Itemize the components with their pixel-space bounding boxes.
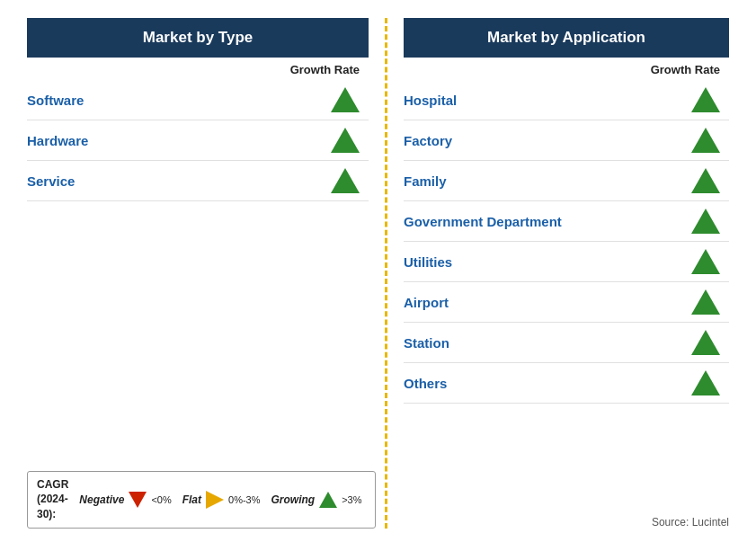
item-label-airport: Airport — [404, 295, 449, 310]
item-label-hospital: Hospital — [404, 93, 457, 108]
list-item: Software — [27, 80, 369, 120]
arrow-right-icon — [206, 491, 224, 509]
right-panel: Market by Application Growth Rate Hospit… — [404, 18, 729, 529]
arrow-up-icon — [691, 249, 720, 274]
item-label-factory: Factory — [404, 133, 452, 148]
negative-label: Negative — [79, 493, 124, 506]
right-footer: Source: Lucintel — [404, 516, 729, 529]
list-item: Hospital — [404, 80, 729, 120]
list-item: Service — [27, 161, 369, 201]
growing-label: Growing — [271, 493, 316, 506]
arrow-up-icon — [691, 168, 720, 193]
right-items-list: Hospital Factory Family Government Depar… — [404, 80, 729, 507]
list-item: Station — [404, 323, 729, 363]
legend-cagr-label: CAGR (2024-30): — [37, 477, 68, 522]
legend-flat: Flat 0%-3% — [182, 491, 261, 509]
item-label-others: Others — [404, 376, 447, 391]
arrow-up-icon — [331, 128, 360, 153]
negative-range: <0% — [151, 494, 171, 505]
item-label-station: Station — [404, 335, 449, 351]
legend-growing: Growing >3% — [271, 492, 362, 508]
growing-range: >3% — [342, 494, 361, 505]
arrow-up-icon — [331, 168, 360, 193]
left-growth-label: Growth Rate — [290, 63, 360, 76]
list-item: Utilities — [404, 242, 729, 282]
right-growth-label: Growth Rate — [651, 63, 720, 76]
arrow-up-icon — [691, 289, 720, 315]
arrow-up-icon — [691, 128, 720, 153]
item-label-software: Software — [27, 93, 84, 108]
left-header: Market by Type — [27, 18, 369, 58]
item-label-family: Family — [404, 173, 447, 189]
source-text: Source: Lucintel — [652, 516, 729, 529]
arrow-down-icon — [129, 492, 147, 508]
right-header: Market by Application — [404, 18, 729, 58]
item-label-utilities: Utilities — [404, 254, 452, 270]
main-container: Market by Type Growth Rate Software Hard… — [0, 0, 756, 542]
list-item: Factory — [404, 120, 729, 161]
item-label-hardware: Hardware — [27, 133, 88, 148]
left-items-list: Software Hardware Service — [27, 80, 369, 462]
item-label-service: Service — [27, 173, 75, 189]
item-label-govt: Government Department — [404, 214, 562, 229]
arrow-up-icon — [691, 87, 720, 112]
list-item: Government Department — [404, 201, 729, 242]
list-item: Hardware — [27, 120, 369, 161]
arrow-up-icon — [331, 87, 360, 112]
footer-row: CAGR (2024-30): Negative <0% Flat 0%-3% — [27, 471, 369, 529]
arrow-up-icon — [691, 370, 720, 395]
legend-box: CAGR (2024-30): Negative <0% Flat 0%-3% — [27, 471, 376, 529]
arrow-up-sm-icon — [319, 492, 337, 508]
flat-range: 0%-3% — [228, 494, 260, 505]
dashed-separator — [385, 18, 387, 529]
arrow-up-icon — [691, 330, 720, 355]
flat-label: Flat — [182, 493, 201, 506]
left-panel: Market by Type Growth Rate Software Hard… — [27, 18, 369, 529]
content-area: Market by Type Growth Rate Software Hard… — [27, 18, 729, 529]
legend-negative: Negative <0% — [79, 492, 171, 508]
arrow-up-icon — [691, 209, 720, 234]
list-item: Family — [404, 161, 729, 201]
list-item: Airport — [404, 282, 729, 323]
list-item: Others — [404, 363, 729, 404]
